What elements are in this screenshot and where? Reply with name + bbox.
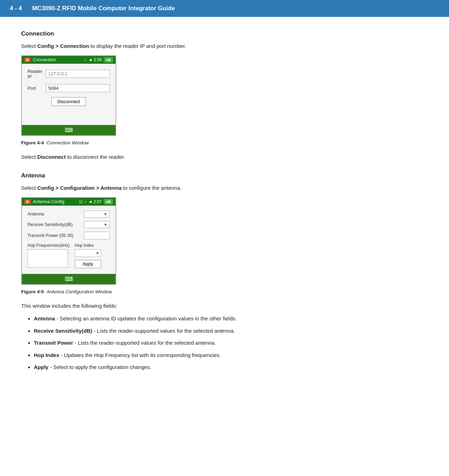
connection-titlebar-label: Connection (33, 57, 56, 62)
fields-list: Antenna - Selecting an antenna ID update… (34, 315, 428, 371)
reader-ip-row: Reader IP (27, 69, 110, 79)
header-title: MC3090-Z RFID Mobile Computer Integrator… (32, 5, 175, 12)
fields-intro: This window includes the following field… (21, 302, 428, 310)
apply-button[interactable]: Apply (75, 260, 101, 268)
hop-frequencies-label: Hop Frequencies(kHz) (27, 243, 70, 248)
hop-index-area: Hop Index ▼ Apply (70, 243, 110, 268)
connection-intro: Select Config > Connection to display th… (21, 42, 428, 50)
antenna-ok-button[interactable]: ok (104, 199, 113, 205)
antenna-titlebar-icons: ☑ ♀ ◄ 2:07 (79, 199, 102, 204)
connection-keyboard-bar: ⌨ (22, 125, 116, 135)
antenna-body: Antenna ▼ Receive Sensitivity(dB) ▼ Tran… (22, 206, 116, 274)
receive-sensitivity-label: Receive Sensitivity(dB) (27, 222, 84, 227)
connection-device-screen: ⊞ Connection ♀ ◄ 3:56 ok Reader IP Port … (21, 55, 116, 136)
connection-titlebar: ⊞ Connection ♀ ◄ 3:56 ok (22, 56, 116, 64)
list-item: Receive Sensitivity(dB) - Lists the read… (34, 327, 428, 335)
windows-icon: ⊞ (24, 57, 31, 62)
receive-sensitivity-dropdown-arrow: ▼ (104, 223, 107, 227)
list-item: Hop Index - Updates the Hop Frequency li… (34, 351, 428, 359)
antenna-row: Antenna ▼ (27, 211, 110, 218)
reader-ip-input[interactable] (46, 70, 110, 78)
antenna-field-label: Antenna (27, 212, 84, 217)
antenna-intro: Select Config > Configuration > Antenna … (21, 184, 428, 192)
disconnect-button[interactable]: Disconnect (51, 97, 86, 106)
list-item: Apply - Select to apply the configuratio… (34, 363, 428, 371)
antenna-figure-caption: Figure 4-5 Antenna Configuration Window (21, 289, 428, 294)
header-sep (25, 5, 29, 12)
reader-ip-label: Reader IP (27, 69, 46, 79)
receive-sensitivity-row: Receive Sensitivity(dB) ▼ (27, 221, 110, 228)
header-section: 4 - 4 (10, 5, 22, 12)
connection-figure-caption: Figure 4-4 Connection Window (21, 140, 428, 145)
antenna-select[interactable]: ▼ (84, 211, 110, 218)
hop-frequencies-list[interactable] (27, 249, 68, 268)
hop-frequencies-area: Hop Frequencies(kHz) (27, 243, 70, 268)
transmit-power-row: Transmit Power (05-30) (27, 232, 110, 239)
header-bar: 4 - 4 MC3090-Z RFID Mobile Computer Inte… (0, 0, 449, 17)
antenna-device-screen: ⊞ Antenna Config ☑ ♀ ◄ 2:07 ok Antenna ▼ (21, 197, 116, 285)
hop-index-label: Hop Index (75, 243, 110, 248)
hop-index-select[interactable]: ▼ (75, 249, 101, 257)
windows-icon-2: ⊞ (24, 199, 31, 204)
hop-section: Hop Frequencies(kHz) Hop Index ▼ Apply (27, 243, 110, 268)
port-label: Port (27, 86, 46, 91)
antenna-titlebar: ⊞ Antenna Config ☑ ♀ ◄ 2:07 ok (22, 198, 116, 206)
connection-ok-button[interactable]: ok (104, 57, 113, 63)
antenna-section: Antenna Select Config > Configuration > … (21, 172, 428, 371)
keyboard-icon: ⌨ (65, 127, 73, 133)
antenna-titlebar-label: Antenna Config (33, 199, 64, 204)
main-content: Connection Select Config > Connection to… (0, 17, 449, 397)
port-row: Port (27, 84, 110, 92)
hop-index-dropdown-arrow: ▼ (95, 251, 99, 255)
port-input[interactable] (46, 84, 110, 92)
transmit-power-input[interactable] (84, 232, 110, 239)
disconnect-description: Select Disconnect to disconnect the read… (21, 153, 428, 161)
keyboard-icon-2: ⌨ (65, 276, 73, 282)
antenna-keyboard-bar: ⌨ (22, 274, 116, 284)
connection-heading: Connection (21, 30, 428, 37)
connection-titlebar-icons: ♀ ◄ 3:56 (84, 57, 102, 62)
list-item: Antenna - Selecting an antenna ID update… (34, 315, 428, 323)
connection-body: Reader IP Port Disconnect (22, 64, 116, 125)
transmit-power-label: Transmit Power (05-30) (27, 233, 84, 238)
receive-sensitivity-select[interactable]: ▼ (84, 221, 110, 228)
antenna-dropdown-arrow: ▼ (104, 212, 107, 216)
list-item: Transmit Power - Lists the reader-suppor… (34, 339, 428, 347)
antenna-heading: Antenna (21, 172, 428, 179)
